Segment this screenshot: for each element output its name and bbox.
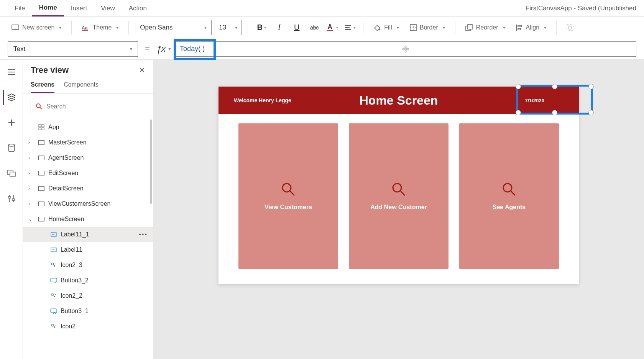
theme-button[interactable]: Aa Theme ▾ bbox=[78, 22, 122, 33]
align-icon bbox=[516, 24, 523, 31]
fx-button[interactable]: ƒx▾ bbox=[157, 44, 170, 54]
button-icon bbox=[50, 308, 58, 314]
svg-line-33 bbox=[40, 107, 42, 109]
chevron-down-icon: ▾ bbox=[544, 25, 546, 30]
tree-item[interactable]: Label11 bbox=[23, 242, 153, 257]
close-icon[interactable]: ✕ bbox=[139, 66, 145, 75]
media-icon[interactable] bbox=[4, 166, 19, 181]
border-icon bbox=[410, 24, 417, 31]
tree-screen[interactable]: ›EditScreen bbox=[23, 166, 153, 181]
screen-icon bbox=[12, 25, 19, 31]
tree-item[interactable]: Button3_1 bbox=[23, 303, 153, 319]
svg-point-53 bbox=[283, 184, 291, 192]
tree-label: App bbox=[48, 124, 59, 131]
underline-button[interactable]: U bbox=[289, 20, 304, 35]
tree-item[interactable]: Icon2_2 bbox=[23, 288, 153, 303]
advanced-icon[interactable] bbox=[4, 191, 19, 206]
tree-label: MasterScreen bbox=[48, 139, 87, 146]
property-select[interactable]: Text ▾ bbox=[8, 41, 138, 57]
welcome-label: Welcome Henry Legge bbox=[234, 97, 291, 103]
hamburger-icon[interactable] bbox=[4, 64, 19, 80]
card-see-agents[interactable]: See Agents bbox=[459, 123, 559, 269]
fill-icon bbox=[373, 24, 381, 31]
chevron-down-icon: ▾ bbox=[204, 25, 207, 30]
menu-home[interactable]: Home bbox=[32, 0, 64, 16]
tree-label: ViewCustomersScreen bbox=[48, 200, 110, 207]
card-add-customer[interactable]: Add New Customer bbox=[349, 123, 449, 269]
tree-screen[interactable]: ›ViewCustomersScreen bbox=[23, 196, 153, 211]
italic-button[interactable]: I bbox=[272, 20, 286, 35]
tree-item[interactable]: Icon2 bbox=[23, 319, 153, 334]
insert-icon[interactable] bbox=[4, 115, 19, 130]
border-button[interactable]: Border ▾ bbox=[406, 22, 449, 33]
canvas[interactable]: Welcome Henry Legge Home Screen 7/1/2020 bbox=[219, 87, 579, 284]
tab-components[interactable]: Components bbox=[64, 81, 99, 93]
more-icon[interactable]: ••• bbox=[139, 231, 148, 238]
tree-homescreen[interactable]: ⌄HomeScreen bbox=[23, 211, 153, 227]
icon-icon bbox=[50, 323, 58, 329]
tree-title: Tree view bbox=[31, 65, 69, 75]
tree-screen[interactable]: ›DetailScreen bbox=[23, 181, 153, 196]
bold-button[interactable]: B▾ bbox=[254, 20, 269, 35]
reorder-button[interactable]: Reorder ▾ bbox=[462, 22, 509, 33]
tree-screen[interactable]: ›AgentScreen bbox=[23, 150, 153, 166]
tree-screen[interactable]: ›MasterScreen bbox=[23, 135, 153, 150]
menu-action[interactable]: Action bbox=[122, 0, 154, 16]
svg-rect-30 bbox=[8, 197, 11, 198]
tree-item[interactable]: Button3_2 bbox=[23, 273, 153, 288]
group-button[interactable] bbox=[563, 20, 577, 35]
font-size-select[interactable]: 13 ▾ bbox=[215, 20, 242, 35]
scrollbar[interactable] bbox=[150, 120, 152, 204]
tree-label: Button3_1 bbox=[61, 308, 89, 315]
theme-icon: Aa bbox=[82, 25, 89, 31]
strikethrough-button[interactable]: abc bbox=[307, 20, 322, 35]
fill-button[interactable]: Fill ▾ bbox=[370, 22, 402, 33]
search-icon bbox=[36, 103, 43, 110]
svg-rect-38 bbox=[39, 141, 44, 145]
align-button[interactable]: Align ▾ bbox=[512, 22, 550, 33]
svg-point-50 bbox=[51, 293, 54, 296]
font-select[interactable]: Open Sans ▾ bbox=[135, 20, 212, 35]
screen-icon bbox=[38, 140, 45, 145]
ribbon: New screen ▾ Aa Theme ▾ Open Sans ▾ 13 ▾… bbox=[0, 17, 644, 38]
chevron-down-icon: ▾ bbox=[503, 25, 505, 30]
button-icon bbox=[50, 278, 58, 283]
svg-point-48 bbox=[51, 263, 54, 265]
tree-app[interactable]: App bbox=[23, 120, 153, 135]
new-screen-button[interactable]: New screen ▾ bbox=[8, 22, 65, 33]
svg-rect-5 bbox=[327, 30, 333, 31]
menu-file[interactable]: File bbox=[8, 0, 32, 16]
svg-text:Aa: Aa bbox=[82, 25, 88, 31]
search-input[interactable] bbox=[46, 103, 140, 110]
svg-text:A: A bbox=[328, 23, 332, 30]
search-icon bbox=[391, 182, 406, 197]
text-align-button[interactable]: ▾ bbox=[342, 20, 357, 35]
search-box[interactable] bbox=[31, 99, 145, 114]
tree-label: Label11 bbox=[61, 246, 82, 253]
separator bbox=[248, 21, 248, 34]
data-icon[interactable] bbox=[4, 140, 19, 156]
svg-rect-49 bbox=[51, 278, 57, 282]
tree-item[interactable]: Icon2_3 bbox=[23, 257, 153, 273]
font-color-button[interactable]: A▾ bbox=[325, 20, 339, 35]
label-icon bbox=[50, 247, 58, 253]
tree-item-selected[interactable]: Label11_1••• bbox=[23, 227, 153, 242]
svg-rect-35 bbox=[42, 125, 44, 127]
date-label[interactable]: 7/1/2020 bbox=[522, 95, 564, 106]
tab-screens[interactable]: Screens bbox=[31, 81, 54, 93]
formula-input[interactable]: Today( ) bbox=[175, 41, 636, 57]
app-title: FirstCanvasApp - Saved (Unpublished bbox=[526, 5, 636, 12]
tree-label: DetailScreen bbox=[48, 185, 84, 192]
tree-view-icon[interactable] bbox=[3, 90, 18, 105]
card-label: See Agents bbox=[493, 204, 526, 211]
property-name: Text bbox=[13, 45, 25, 53]
menu-insert[interactable]: Insert bbox=[64, 0, 94, 16]
screen-icon bbox=[38, 186, 45, 191]
menu-view[interactable]: View bbox=[94, 0, 122, 16]
svg-rect-0 bbox=[12, 25, 19, 30]
svg-rect-27 bbox=[10, 172, 15, 176]
chevron-down-icon: ▾ bbox=[235, 25, 237, 30]
function-name: Today bbox=[180, 45, 198, 53]
card-view-customers[interactable]: View Customers bbox=[238, 123, 338, 269]
label-icon bbox=[50, 231, 58, 238]
